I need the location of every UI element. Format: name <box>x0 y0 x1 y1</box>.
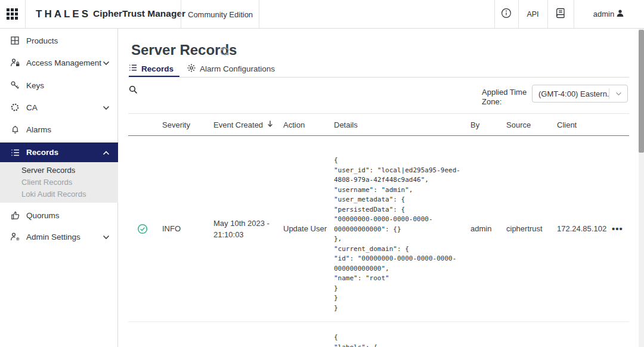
tab-label: Alarm Configurations <box>200 64 275 73</box>
scrollbar-thumb[interactable] <box>639 30 644 153</box>
tab-bar-border <box>128 77 629 78</box>
product-title: CipherTrust Manager <box>93 8 185 19</box>
tab-label: Records <box>141 64 174 73</box>
client-value: 172.24.85.102 <box>551 224 606 233</box>
timezone-value: (GMT-4:00) Eastern... <box>532 89 609 98</box>
submenu-item-server-records[interactable]: Server Records <box>21 166 75 175</box>
sidebar-item-label: Products <box>26 36 58 45</box>
gear-icon <box>187 64 196 74</box>
details-json: { "labels": { <box>328 322 465 347</box>
thales-logo: THALES <box>36 8 91 20</box>
ca-seal-icon <box>10 102 20 113</box>
book-icon <box>556 8 565 21</box>
sidebar-item-label: CA <box>26 103 38 112</box>
user-name: admin <box>593 10 614 18</box>
column-details[interactable]: Details <box>328 120 465 129</box>
app-launcher-icon[interactable] <box>7 8 18 20</box>
action-value: Update User <box>277 224 328 233</box>
edition-label: Community Edition <box>188 10 253 19</box>
timezone-select[interactable]: (GMT-4:00) Eastern... <box>532 85 628 103</box>
info-icon <box>501 8 512 21</box>
tab-alarm-configurations[interactable]: Alarm Configurations <box>187 61 275 76</box>
column-action[interactable]: Action <box>277 120 328 129</box>
records-list-icon <box>129 64 137 73</box>
user-menu[interactable]: admin <box>574 0 644 28</box>
sidebar-item-access-management[interactable]: Access Management <box>0 52 118 73</box>
column-label: Event Created <box>213 120 263 129</box>
sidebar-item-label: Alarms <box>26 125 51 134</box>
user-gear-icon <box>10 231 20 242</box>
divider <box>259 0 259 28</box>
products-grid-icon <box>10 35 20 46</box>
column-by[interactable]: By <box>465 120 500 129</box>
sidebar-item-label: Admin Settings <box>26 233 80 241</box>
divider <box>181 0 181 28</box>
info-button[interactable] <box>494 0 518 28</box>
records-submenu: Server Records Client Records Loki Audit… <box>0 162 118 203</box>
severity-value: INFO <box>156 224 208 233</box>
chevron-down-icon <box>103 57 110 68</box>
records-list-icon <box>10 147 20 158</box>
chevron-down-icon <box>103 102 110 113</box>
vertical-scrollbar <box>639 29 644 347</box>
column-client[interactable]: Client <box>551 120 606 129</box>
sidebar-item-label: Keys <box>26 81 44 90</box>
column-event-created[interactable]: Event Created <box>208 120 277 129</box>
sidebar-item-label: Access Management <box>26 58 101 67</box>
sidebar-item-label: Records <box>26 148 58 157</box>
sidebar-item-ca[interactable]: CA <box>0 97 118 118</box>
api-label: API <box>527 10 538 18</box>
sidebar-item-alarms[interactable]: Alarms <box>0 119 118 140</box>
bell-icon <box>10 124 20 135</box>
column-source[interactable]: Source <box>500 120 551 129</box>
chevron-down-icon <box>103 231 110 242</box>
sidebar-item-label: Quorums <box>26 211 60 220</box>
sort-desc-icon[interactable] <box>267 120 274 129</box>
sidebar-item-products[interactable]: Products <box>0 30 118 51</box>
sidebar-item-keys[interactable]: Keys <box>0 75 118 96</box>
top-bar: THALES CipherTrust Manager Community Edi… <box>0 0 644 29</box>
sidebar-nav: Products Access Management Keys <box>0 29 118 347</box>
sidebar-item-quorums[interactable]: Quorums <box>0 205 118 226</box>
table-row[interactable]: INFO May 10th 2023 - 21:10:03 Update Use… <box>128 136 629 321</box>
sidebar-item-admin-settings[interactable]: Admin Settings <box>0 226 118 247</box>
submenu-item-client-records[interactable]: Client Records <box>21 178 72 187</box>
by-value: admin <box>465 224 500 233</box>
severity-success-icon <box>128 224 156 234</box>
submenu-item-loki-audit-records[interactable]: Loki Audit Records <box>21 190 86 199</box>
user-lock-icon <box>10 57 20 68</box>
thumbs-up-icon <box>10 210 20 221</box>
user-icon <box>616 9 624 20</box>
key-icon <box>10 80 20 91</box>
tab-records[interactable]: Records <box>129 61 174 76</box>
divider <box>25 0 26 28</box>
source-value: ciphertrust <box>500 224 551 233</box>
applied-time-zone-label: Applied Time Zone: <box>482 88 534 107</box>
table-header: Severity Event Created Action Details By… <box>128 113 629 136</box>
table-row[interactable]: { "labels": { <box>128 322 629 347</box>
api-link[interactable]: API <box>518 0 547 28</box>
search-icon[interactable] <box>129 85 138 97</box>
ciphertrust-manager-app: THALES CipherTrust Manager Community Edi… <box>0 0 644 347</box>
chevron-up-icon <box>103 147 110 158</box>
refresh-icon[interactable] <box>219 47 230 58</box>
docs-button[interactable] <box>547 0 574 28</box>
event-created-value: May 10th 2023 - 21:10:03 <box>208 218 277 240</box>
row-menu-icon[interactable]: ••• <box>606 224 629 234</box>
chevron-down-icon <box>609 92 627 96</box>
column-severity[interactable]: Severity <box>156 120 208 129</box>
sidebar-item-records[interactable]: Records <box>0 142 118 162</box>
main-content: Server Records Records <box>118 29 639 347</box>
details-json: { "user_id": "local|ed295a95-9eed- 4808-… <box>328 136 465 313</box>
